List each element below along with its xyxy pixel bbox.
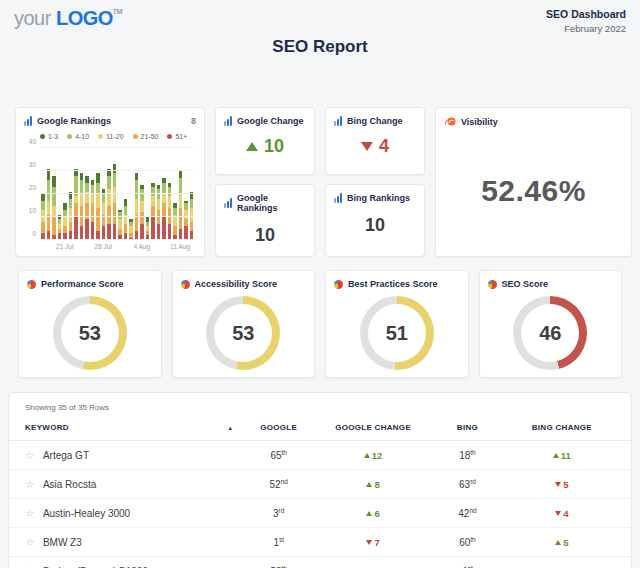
bar-segment [113,203,117,224]
stacked-bar [162,148,166,240]
table-row[interactable]: ☆Barkas (Баркас) B100058th71st13 [9,557,631,568]
bar-segment [151,196,155,205]
bar-segment [69,199,73,208]
logo-brand: LOGO [56,7,113,29]
legend-label: 11-20 [106,133,123,140]
star-icon[interactable]: ☆ [25,537,35,548]
bar-segment [168,224,172,240]
stacked-bar [135,148,139,240]
bar-segment [96,208,100,231]
bar-segment [184,203,188,210]
down-arrow-icon [366,540,372,545]
bing-rank-cell: 63rd [426,478,509,490]
bar-segment [113,173,117,187]
keyword-label: Asia Rocsta [43,479,96,490]
gridline [40,170,194,171]
google-change-header: Google Change [224,116,306,126]
chart-card-menu[interactable]: 8 [191,116,196,126]
column-header-google[interactable]: GOOGLE [237,423,320,432]
stacked-bar [69,148,73,240]
dashboard-date: February 2022 [546,23,626,34]
bar-segment [63,203,67,210]
bar-segment [179,178,183,194]
stacked-bar [129,148,133,240]
score-card-title: SEO Score [502,279,614,289]
bar-segment [41,222,45,234]
column-header-google-change[interactable]: GOOGLE CHANGE [320,423,426,432]
dashboard-title: SEO Dashboard [546,8,626,20]
keyword-cell: ☆BMW Z3 [25,537,237,548]
x-axis-label: 4 Aug [133,243,150,250]
column-header-bing[interactable]: BING [426,423,509,432]
bar-segment [96,173,100,182]
google-change-cell: 6 [320,508,426,519]
table-row[interactable]: ☆Austin-Healey 30003rd642nd4 [9,499,631,528]
visibility-title: Visibility [461,117,623,127]
table-row[interactable]: ☆Artega GT65th1218th11 [9,441,631,470]
semrush-icon [444,116,456,128]
table-row[interactable]: ☆Asia Rocsta52nd863rd5 [9,470,631,499]
up-arrow-icon [364,453,370,458]
bar-chart-icon [24,116,32,126]
bar-segment [151,217,155,240]
google-change-title: Google Change [237,116,306,126]
keyword-label: Austin-Healey 3000 [43,508,130,519]
bar-segment [179,171,183,178]
y-axis-label: 20 [24,184,36,191]
lighthouse-icon [27,280,36,289]
metrics-section: Google Rankings 8 1-34-1011-2021-5051+ 0… [15,107,632,257]
bing-rank-cell: 60th [426,536,509,548]
chart-plot: 010203040 [40,148,194,240]
score-card: Performance Score53 [18,270,162,378]
stacked-bar [85,148,89,240]
star-icon[interactable]: ☆ [25,479,35,490]
up-arrow-icon [246,142,258,151]
star-icon[interactable]: ☆ [25,450,35,461]
bar-segment [80,173,84,180]
google-metrics-column: Google Change 10 Google Rankings 10 [215,107,315,257]
bar-segment [179,208,183,229]
bar-segment [113,164,117,173]
up-arrow-icon [553,453,559,458]
bar-segment [107,224,111,240]
legend-dot [40,134,45,139]
sort-asc-icon[interactable]: ▲ [227,425,233,431]
legend-item: 1-3 [40,133,58,140]
bing-change-value: 4 [379,136,389,157]
lighthouse-icon [334,280,343,289]
bar-segment [184,210,188,219]
lighthouse-icon [488,280,497,289]
column-header-bing-change[interactable]: BING CHANGE [509,423,615,432]
bar-segment [129,226,133,233]
bar-segment [135,180,139,198]
keyword-cell: ☆Austin-Healey 3000 [25,508,237,519]
y-axis-label: 10 [24,207,36,214]
bar-segment [162,194,166,203]
bing-rankings-header: Bing Rankings [334,193,416,203]
google-rankings-card: Google Rankings 10 [215,184,315,257]
bar-segment [140,189,144,201]
bar-segment [74,217,78,240]
bar-segment [74,203,78,217]
legend-dot [67,134,72,139]
x-axis-label: 21 Jul [56,243,73,250]
score-value: 51 [368,304,426,362]
gridline [40,193,194,194]
bing-rankings-card: Bing Rankings 10 [325,184,425,257]
score-gauge: 46 [513,296,587,370]
google-rankings-chart-card: Google Rankings 8 1-34-1011-2021-5051+ 0… [15,107,205,257]
table-row[interactable]: ☆BMW Z31st760th5 [9,528,631,557]
google-change-cell: 12 [320,450,426,461]
bar-chart-icon [334,193,342,203]
table-summary: Showing 35 of 35 Rows [9,403,631,412]
bar-segment [69,208,73,222]
chart-card-title: Google Rankings [37,116,186,126]
stacked-bar [173,148,177,240]
bar-segment [85,219,89,240]
bar-segment [135,215,139,231]
star-icon[interactable]: ☆ [25,508,35,519]
column-header-keyword[interactable]: KEYWORD ▲ [25,423,237,432]
up-arrow-icon [555,540,561,545]
bar-segment [135,199,139,215]
scores-section: Performance Score53Accessibility Score53… [18,270,622,378]
